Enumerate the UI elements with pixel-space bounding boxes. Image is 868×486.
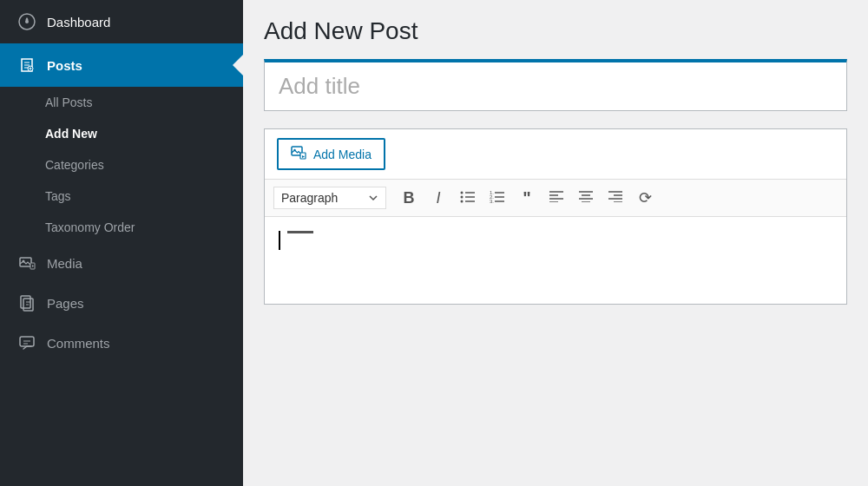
sidebar-item-categories[interactable]: Categories xyxy=(0,149,243,181)
bold-icon: B xyxy=(404,189,415,207)
title-input-wrapper xyxy=(264,59,847,111)
sidebar-posts-header-label: Posts xyxy=(47,58,82,73)
sidebar-item-dashboard-label: Dashboard xyxy=(47,15,110,30)
ordered-list-icon: 1. 2. 3. xyxy=(490,189,505,207)
sidebar-item-taxonomy-order[interactable]: Taxonomy Order xyxy=(0,212,243,243)
add-media-label: Add Media xyxy=(313,148,372,161)
dashboard-icon xyxy=(17,12,36,31)
sidebar-item-tags[interactable]: Tags xyxy=(0,181,243,212)
blockquote-button[interactable]: " xyxy=(513,185,541,211)
sidebar: Dashboard Posts All Posts Add New Catego… xyxy=(0,0,243,486)
posts-icon xyxy=(17,56,36,75)
align-left-button[interactable] xyxy=(542,185,570,211)
sidebar-item-pages-label: Pages xyxy=(47,296,84,311)
align-left-icon xyxy=(549,190,564,206)
main-content: Add New Post Add Media xyxy=(243,0,868,486)
editor-body[interactable] xyxy=(265,217,846,304)
svg-point-14 xyxy=(461,200,464,203)
unordered-list-button[interactable] xyxy=(454,185,482,211)
sidebar-item-all-posts[interactable]: All Posts xyxy=(0,87,243,118)
svg-point-12 xyxy=(461,192,464,194)
ordered-list-button[interactable]: 1. 2. 3. xyxy=(483,185,511,211)
chevron-down-icon xyxy=(368,191,378,205)
page-title: Add New Post xyxy=(264,17,847,45)
bold-button[interactable]: B xyxy=(395,185,423,211)
editor-underline-decoration xyxy=(287,231,313,233)
align-right-icon xyxy=(608,190,623,206)
add-media-bar: Add Media xyxy=(265,129,846,180)
blockquote-icon: " xyxy=(523,188,530,208)
media-icon xyxy=(17,253,36,273)
sidebar-item-comments[interactable]: Comments xyxy=(0,323,243,363)
unordered-list-icon xyxy=(460,189,476,207)
sidebar-item-dashboard[interactable]: Dashboard xyxy=(0,0,243,43)
italic-icon: I xyxy=(436,189,440,207)
align-right-button[interactable] xyxy=(602,185,629,211)
more-button[interactable]: ⟳ xyxy=(631,185,659,211)
sidebar-item-comments-label: Comments xyxy=(47,336,110,351)
editor-cursor xyxy=(279,231,280,250)
svg-point-1 xyxy=(25,20,29,23)
sidebar-item-posts[interactable]: Posts xyxy=(0,43,243,87)
more-icon: ⟳ xyxy=(639,188,652,207)
svg-point-13 xyxy=(461,196,464,199)
editor-toolbar: Paragraph B I xyxy=(265,180,846,217)
svg-text:3.: 3. xyxy=(490,199,494,203)
format-select[interactable]: Paragraph xyxy=(273,187,386,209)
italic-button[interactable]: I xyxy=(424,185,452,211)
pages-icon xyxy=(17,293,36,312)
sidebar-item-pages[interactable]: Pages xyxy=(0,283,243,323)
sidebar-item-media-label: Media xyxy=(47,256,82,271)
align-center-icon xyxy=(578,190,594,206)
format-label: Paragraph xyxy=(281,191,338,205)
align-center-button[interactable] xyxy=(572,185,600,211)
add-media-button[interactable]: Add Media xyxy=(277,138,385,170)
comments-icon xyxy=(17,333,36,352)
add-media-icon xyxy=(291,145,306,163)
editor-area: Add Media Paragraph B I xyxy=(264,128,847,305)
sidebar-item-media[interactable]: Media xyxy=(0,243,243,283)
sidebar-item-add-new[interactable]: Add New xyxy=(0,118,243,149)
title-input[interactable] xyxy=(265,62,846,110)
